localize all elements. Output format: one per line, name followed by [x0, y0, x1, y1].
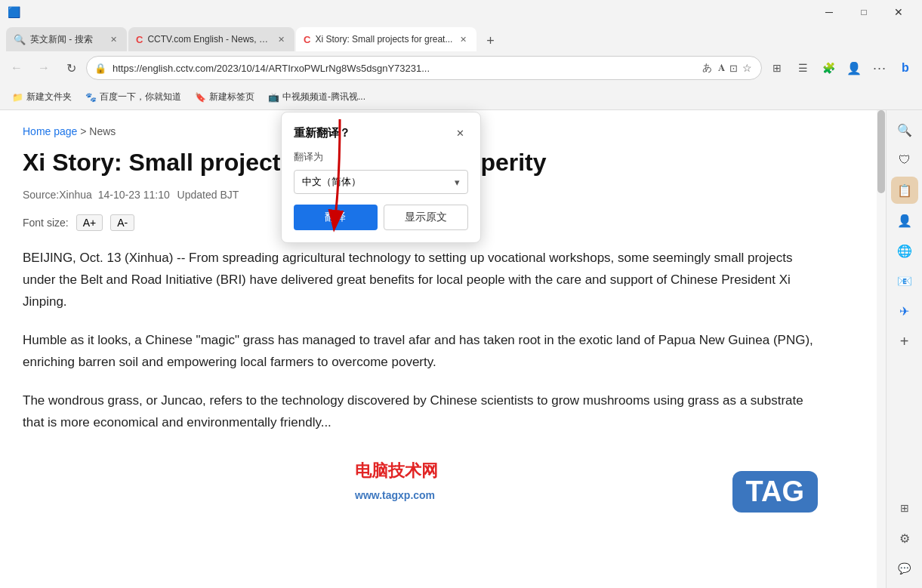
folder-icon: 📁	[12, 92, 23, 103]
sidebar-feedback-icon[interactable]: 💬	[891, 555, 918, 582]
address-text: https://english.cctv.com/2023/10/14/ARTI…	[113, 63, 693, 74]
translate-popup: 重新翻译？ ✕ 翻译为 中文（简体） ▾ 翻译 显示原文	[281, 112, 481, 243]
refresh-button[interactable]: ↻	[59, 56, 83, 80]
forward-button[interactable]: →	[32, 56, 56, 80]
watermark-red-text: 电脑技术网	[355, 460, 438, 482]
extension-icon[interactable]: 🧩	[816, 56, 840, 80]
address-bar[interactable]: 🔒 https://english.cctv.com/2023/10/14/AR…	[86, 56, 762, 80]
profile-icon[interactable]: 👤	[842, 56, 866, 80]
bookmark-folder[interactable]: 📁 新建文件夹	[6, 88, 78, 106]
font-increase-button[interactable]: A+	[76, 214, 103, 231]
window-icon: 🟦	[6, 5, 21, 20]
tab-xi-story[interactable]: C Xi Story: Small projects for great... …	[296, 27, 476, 51]
minimize-button[interactable]: ─	[812, 0, 846, 24]
article-body: BEIJING, Oct. 13 (Xinhua) -- From spread…	[23, 248, 863, 433]
sidebar-settings-icon[interactable]: ⚙	[891, 525, 918, 552]
paragraph-3: The wondrous grass, or Juncao, refers to…	[23, 390, 816, 434]
tab3-favicon: C	[304, 34, 310, 45]
tab1-close-icon[interactable]: ✕	[107, 33, 119, 45]
watermark-url: www.tagxp.com	[355, 489, 435, 501]
sidebar-send-icon[interactable]: ✈	[891, 297, 918, 325]
sidebar-globe-icon[interactable]: 🌐	[891, 237, 918, 264]
tab-search-icon[interactable]: ⊡	[728, 61, 739, 75]
tab3-title: Xi Story: Small projects for great...	[315, 34, 452, 45]
watermark-blue-tag: TAG	[732, 471, 818, 513]
show-original-button[interactable]: 显示原文	[384, 205, 469, 230]
bookmark-baidu-label: 百度一下，你就知道	[100, 91, 181, 103]
popup-label: 翻译为	[294, 150, 468, 164]
tab1-favicon: 🔍	[14, 34, 26, 45]
paragraph-1: BEIJING, Oct. 13 (Xinhua) -- From spread…	[23, 248, 816, 313]
sidebar-user-icon[interactable]: 👤	[891, 207, 918, 234]
font-size-label: Font size:	[23, 217, 69, 229]
article-updated: Updated BJT	[177, 189, 239, 201]
sidebar-add-icon[interactable]: +	[891, 328, 918, 355]
dropdown-arrow-icon: ▾	[455, 177, 460, 188]
close-button[interactable]: ✕	[881, 0, 916, 24]
tab-search[interactable]: 🔍 英文新闻 - 搜索 ✕	[6, 27, 127, 51]
scrollbar-thumb[interactable]	[877, 110, 885, 193]
read-mode-icon[interactable]: 𝐀	[717, 60, 726, 75]
favorite-icon[interactable]: ☆	[741, 60, 754, 75]
font-decrease-button[interactable]: A-	[110, 214, 134, 231]
bookmark-baidu[interactable]: 🐾 百度一下，你就知道	[79, 88, 187, 106]
tab2-close-icon[interactable]: ✕	[275, 33, 287, 45]
back-button[interactable]: ←	[5, 56, 29, 80]
bookmark-folder-label: 新建文件夹	[26, 91, 72, 103]
tab3-close-icon[interactable]: ✕	[457, 33, 469, 45]
sidebar-briefcase-icon[interactable]: 📋	[891, 177, 918, 204]
newtab-icon: 🔖	[195, 92, 206, 103]
translate-button[interactable]: 翻译	[294, 205, 378, 230]
bookmark-newtab[interactable]: 🔖 新建标签页	[189, 88, 261, 106]
bookmark-tencent[interactable]: 📺 中视频频道-腾讯视...	[262, 88, 372, 106]
language-dropdown[interactable]: 中文（简体） ▾	[294, 170, 468, 194]
secure-icon: 🔒	[94, 63, 106, 74]
bookmark-tencent-label: 中视频频道-腾讯视...	[282, 91, 365, 103]
split-screen-icon[interactable]: ⊞	[765, 56, 789, 80]
tencent-icon: 📺	[268, 92, 279, 103]
new-tab-button[interactable]: +	[478, 30, 502, 51]
popup-close-button[interactable]: ✕	[452, 125, 468, 141]
translate-icon[interactable]: あ	[699, 60, 715, 76]
article-source: Source:Xinhua	[23, 189, 92, 201]
breadcrumb-home[interactable]: Home page	[23, 125, 77, 137]
scrollbar-track[interactable]	[877, 110, 886, 588]
paragraph-2: Humble as it looks, a Chinese "magic" gr…	[23, 330, 816, 374]
article-date: 14-10-23 11:10	[98, 189, 170, 201]
collection-icon[interactable]: ☰	[791, 56, 815, 80]
language-selected: 中文（简体）	[302, 175, 361, 189]
baidu-icon: 🐾	[85, 92, 97, 103]
tab2-title: CCTV.com English - News, Video...	[147, 34, 270, 45]
maximize-button[interactable]: □	[846, 0, 881, 24]
breadcrumb-sep: >	[80, 125, 89, 137]
sidebar-grid-icon[interactable]: ⊞	[891, 494, 918, 522]
breadcrumb-section: News	[89, 125, 116, 137]
popup-title: 重新翻译？	[294, 126, 350, 140]
right-sidebar: 🔍 🛡 📋 👤 🌐 📧 ✈ + ⊞ ⚙ 💬	[886, 110, 922, 588]
bing-chat-button[interactable]: b	[893, 56, 917, 80]
tab-cctv[interactable]: C CCTV.com English - News, Video... ✕	[128, 27, 294, 51]
sidebar-outlook-icon[interactable]: 📧	[891, 267, 918, 294]
tab1-title: 英文新闻 - 搜索	[30, 33, 103, 46]
bookmark-newtab-label: 新建标签页	[209, 91, 254, 103]
sidebar-shield-icon[interactable]: 🛡	[891, 146, 918, 174]
sidebar-search-icon[interactable]: 🔍	[891, 116, 918, 143]
more-button[interactable]: ···	[868, 56, 892, 80]
tab2-favicon: C	[136, 34, 143, 45]
